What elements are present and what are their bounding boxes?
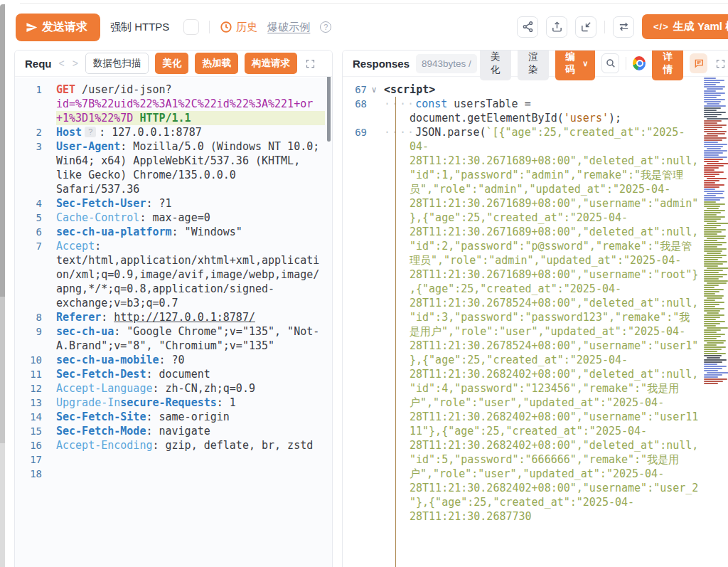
code-line[interactable]: 6sec-ch-ua-platform: "Windows" [15,225,332,239]
packet-scan-button[interactable]: 数据包扫描 [85,53,149,74]
history-link[interactable]: 历史 [220,21,257,34]
details-button[interactable]: 详情 [652,50,683,80]
request-editor[interactable]: 1GET /user/id-json?id=%7B%22uid%22%3A1%2… [15,78,332,567]
code-content[interactable]: <script> [381,83,728,97]
minimap-line [704,325,716,327]
request-fullscreen-icon[interactable] [305,58,316,69]
code-line[interactable]: 10sec-ch-ua-mobile: ?0 [15,353,332,367]
code-content[interactable] [56,467,332,481]
code-line[interactable]: 69····JSON.parse(`[{"age":25,"created_at… [343,125,728,524]
swap-button[interactable] [613,16,634,38]
line-number: 67 [343,83,367,97]
code-line[interactable]: 8Referer: http://127.0.0.1:8787/ [15,310,332,324]
code-content[interactable]: sec-ch-ua-mobile: ?0 [56,353,332,367]
code-content[interactable] [56,452,332,467]
prev-request-chevron[interactable]: < [58,58,65,69]
code-line[interactable]: 2Host?: 127.0.0.1:8787 [15,125,332,139]
code-content[interactable]: ····const usersTable = document.getEleme… [381,97,728,125]
minimap-line [704,97,717,98]
help-question-icon[interactable]: ? [320,21,331,33]
send-request-button[interactable]: 发送请求 [16,14,100,41]
minimap-line [704,201,716,203]
code-content[interactable]: Upgrade-Insecure-Requests: 1 [56,396,332,410]
beautify-request-button[interactable]: 美化 [155,53,188,74]
line-number: 1 [15,83,42,125]
code-line[interactable]: 15Sec-Fetch-Mode: navigate [15,424,332,438]
code-content[interactable]: Referer: http://127.0.0.1:8787/ [56,310,332,324]
code-line[interactable]: 4Sec-Fetch-User: ?1 [15,196,332,211]
render-response-button[interactable]: 渲染 [518,50,549,80]
code-line[interactable]: 11Sec-Fetch-Dest: document [15,367,332,381]
code-token: secure-Requests [120,396,216,409]
code-line[interactable]: 9sec-ch-ua: "Google Chrome";v="135", "No… [15,324,332,353]
minimap-line [704,191,724,192]
minimap-line [704,176,715,177]
code-content[interactable]: Accept-Encoding: gzip, deflate, br, zstd [56,438,332,452]
minimap-line [704,231,722,233]
code-content[interactable]: Accept-Language: zh-CN,zh;q=0.9 [56,381,332,396]
beautify-response-button[interactable]: 美化 [480,50,511,80]
minimap-line [707,327,728,329]
minimap[interactable] [703,52,727,567]
response-editor[interactable]: 67∨<script>68····const usersTable = docu… [343,78,728,567]
share-button[interactable] [517,16,538,38]
minimap-line [704,135,718,137]
code-content[interactable]: Sec-Fetch-Mode: navigate [56,424,332,438]
minimap-line [704,99,725,100]
code-token: : ?1 [146,197,171,210]
generate-yaml-button[interactable]: </> 生成 Yaml 模板 [642,14,728,39]
minimap-line [704,210,725,211]
code-content[interactable]: sec-ch-ua-platform: "Windows" [56,225,332,239]
code-line[interactable]: 17 [15,452,332,467]
code-line[interactable]: 67∨<script> [343,83,728,97]
import-button[interactable] [575,16,596,38]
response-panel-header: Responses 8943bytes / 美化 渲染 编码 ∨ 详情 [343,51,728,77]
encode-dropdown-button[interactable]: 编码 ∨ [555,50,596,80]
minimap-line [704,270,723,271]
export-button[interactable] [546,16,567,38]
code-content[interactable]: Host?: 127.0.0.1:8787 [56,125,332,139]
fold-chevron-icon[interactable]: ∨ [367,83,381,97]
fold-gutter [42,83,56,125]
minimap-line [704,319,716,320]
hot-reload-button[interactable]: 热加载 [195,53,238,74]
comment-icon[interactable] [690,53,707,73]
response-header-divider [626,57,626,70]
code-line[interactable]: 68····const usersTable = document.getEle… [343,97,728,125]
code-line[interactable]: 18 [15,467,332,481]
code-content[interactable]: sec-ch-ua: "Google Chrome";v="135", "Not… [56,324,332,353]
code-line[interactable]: 3User-Agent: Mozilla/5.0 (Windows NT 10.… [15,139,332,196]
minimap-line [704,370,718,371]
minimap-line [704,137,727,139]
code-line[interactable]: 7Accept: text/html,application/xhtml+xml… [15,239,332,310]
code-content[interactable]: Cache-Control: max-age=0 [56,211,332,225]
code-line[interactable]: 12Accept-Language: zh-CN,zh;q=0.9 [15,381,332,396]
minimap-line [707,282,727,284]
response-fullscreen-icon[interactable] [715,58,726,69]
code-line[interactable]: 14Sec-Fetch-Site: same-origin [15,410,332,424]
code-line[interactable]: 1GET /user/id-json?id=%7B%22uid%22%3A1%2… [15,83,332,125]
minimap-line [704,250,722,252]
code-content[interactable]: User-Agent: Mozilla/5.0 (Windows NT 10.0… [56,139,332,196]
code-content[interactable]: Sec-Fetch-User: ?1 [56,196,332,211]
code-content[interactable]: Accept: text/html,application/xhtml+xml,… [56,239,332,310]
code-content[interactable]: ····JSON.parse(`[{"age":25,"created_at":… [381,125,728,524]
minimap-line [704,116,717,117]
generate-yaml-label: 生成 Yaml 模板 [673,20,728,33]
search-button[interactable] [601,53,619,73]
code-content[interactable]: GET /user/id-json?id=%7B%22uid%22%3A1%2C… [56,83,332,125]
code-content[interactable]: Sec-Fetch-Dest: document [56,367,332,381]
construct-request-button[interactable]: 构造请求 [245,53,297,74]
next-request-chevron[interactable]: > [72,58,79,69]
code-token: HTTP/1.1 [139,112,191,124]
code-line[interactable]: 16Accept-Encoding: gzip, deflate, br, zs… [15,438,332,452]
minimap-line [704,272,719,273]
minimap-line [704,199,720,201]
code-line[interactable]: 5Cache-Control: max-age=0 [15,211,332,225]
code-line[interactable]: 13Upgrade-Insecure-Requests: 1 [15,396,332,410]
force-https-checkbox[interactable] [183,19,199,35]
minimap-line [704,276,723,277]
code-content[interactable]: Sec-Fetch-Site: same-origin [56,410,332,424]
chrome-icon[interactable] [633,56,646,70]
blast-example-link[interactable]: 爆破示例 [267,21,310,34]
